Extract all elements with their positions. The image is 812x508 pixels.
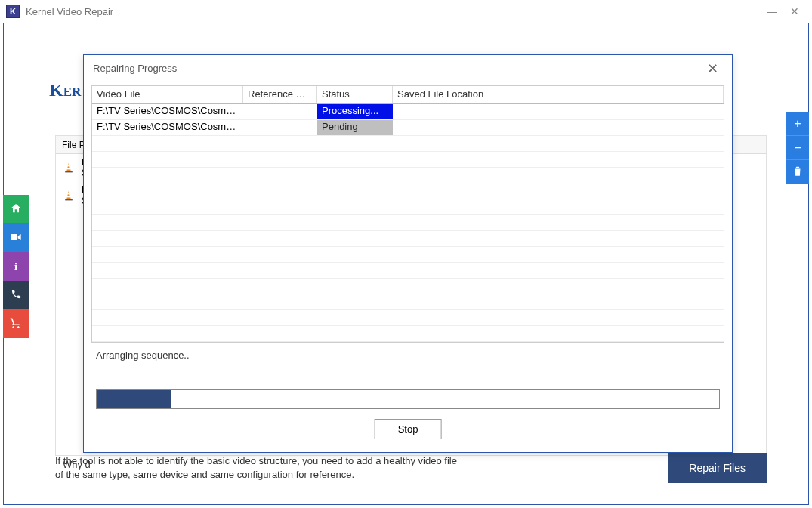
progress-bar-fill <box>97 390 171 408</box>
info-button[interactable]: i <box>3 252 29 281</box>
cell-status: Processing... <box>317 104 393 119</box>
add-file-button[interactable]: + <box>786 112 809 136</box>
close-button[interactable]: ✕ <box>783 2 806 20</box>
cell-video-file: F:\TV Series\COSMOS\Cosmos... <box>92 104 243 119</box>
table-row-empty <box>92 168 724 183</box>
cell-ref <box>243 104 317 119</box>
col-saved-location[interactable]: Saved File Location <box>393 86 724 103</box>
app-icon: K <box>6 5 20 18</box>
table-row-empty <box>92 294 724 310</box>
cart-button[interactable] <box>3 309 29 338</box>
minimize-button[interactable]: — <box>761 2 783 20</box>
svg-rect-8 <box>11 234 17 240</box>
progress-grid: Video File Reference Vi... Status Saved … <box>91 85 724 343</box>
home-icon <box>10 202 22 217</box>
window-titlebar: K Kernel Video Repair — ✕ <box>0 0 812 23</box>
table-row-empty <box>92 215 724 231</box>
vlc-cone-icon <box>62 162 76 174</box>
table-row-empty <box>92 183 724 199</box>
right-action-strip: + − <box>786 112 809 184</box>
dialog-title: Repairing Progress <box>93 63 177 74</box>
table-row-empty <box>92 231 724 247</box>
cell-status: Pending <box>317 120 393 135</box>
home-button[interactable] <box>3 195 29 223</box>
table-row[interactable]: F:\TV Series\COSMOS\Cosmos... Pending <box>92 120 724 136</box>
left-action-strip: i <box>3 195 29 338</box>
cell-video-file: F:\TV Series\COSMOS\Cosmos... <box>92 120 243 135</box>
phone-icon <box>11 288 22 302</box>
brand-logo-text: Ker <box>49 80 81 100</box>
table-row-empty <box>92 136 724 152</box>
cell-ref <box>243 120 317 135</box>
video-button[interactable] <box>3 223 29 252</box>
table-row-empty <box>92 279 724 294</box>
repairing-progress-dialog: Repairing Progress ✕ Video File Referenc… <box>83 54 733 453</box>
svg-rect-1 <box>67 165 69 167</box>
grid-body: F:\TV Series\COSMOS\Cosmos... Processing… <box>92 104 724 342</box>
col-status[interactable]: Status <box>317 86 393 103</box>
cart-icon <box>10 317 22 331</box>
svg-rect-7 <box>65 199 73 201</box>
table-row[interactable]: F:\TV Series\COSMOS\Cosmos... Processing… <box>92 104 724 120</box>
table-row-empty <box>92 326 724 342</box>
table-row-empty <box>92 152 724 168</box>
vlc-cone-icon <box>62 189 76 202</box>
remove-file-button[interactable]: − <box>786 136 809 160</box>
plus-icon: + <box>794 117 801 131</box>
stop-button[interactable]: Stop <box>375 419 442 439</box>
grid-header: Video File Reference Vi... Status Saved … <box>92 86 724 104</box>
progress-status-text: Arranging sequence.. <box>96 349 190 361</box>
table-row-empty <box>92 310 724 326</box>
contact-button[interactable] <box>3 281 29 309</box>
svg-marker-4 <box>66 191 71 199</box>
table-row-empty <box>92 199 724 215</box>
table-row-empty <box>92 263 724 279</box>
svg-rect-6 <box>67 196 71 198</box>
progress-bar <box>96 389 720 409</box>
table-row-empty <box>92 247 724 263</box>
col-video-file[interactable]: Video File <box>92 86 243 103</box>
window-title: Kernel Video Repair <box>26 6 113 17</box>
info-icon: i <box>14 260 17 273</box>
dialog-close-button[interactable]: ✕ <box>702 60 723 77</box>
dialog-header: Repairing Progress ✕ <box>84 55 732 82</box>
reference-hint-text: If the tool is not able to identify the … <box>55 454 463 482</box>
video-icon <box>10 232 22 245</box>
repair-files-button[interactable]: Repair Files <box>668 453 767 483</box>
cell-saved <box>393 104 724 119</box>
svg-marker-0 <box>66 163 71 171</box>
svg-rect-3 <box>65 171 73 173</box>
minus-icon: − <box>794 141 801 155</box>
svg-marker-9 <box>18 234 21 240</box>
trash-icon <box>792 165 803 180</box>
svg-rect-2 <box>67 168 71 170</box>
cell-saved <box>393 120 724 135</box>
col-reference-video[interactable]: Reference Vi... <box>243 86 317 103</box>
clear-files-button[interactable] <box>786 160 809 184</box>
svg-rect-5 <box>67 193 69 195</box>
